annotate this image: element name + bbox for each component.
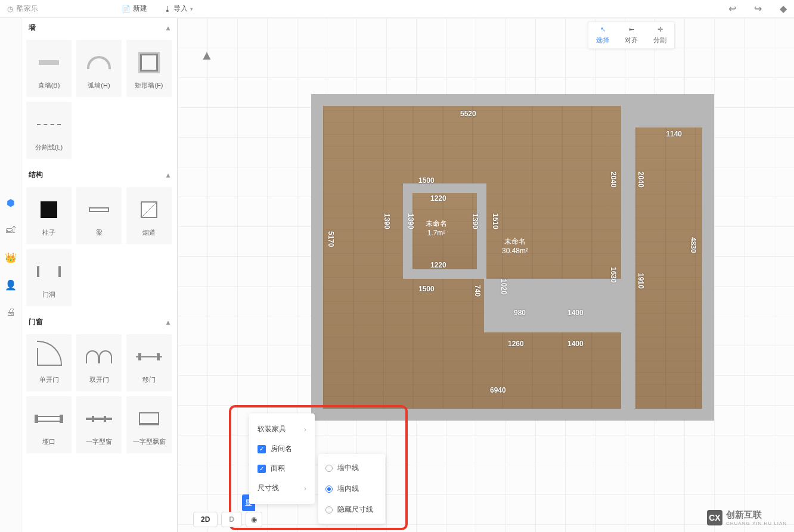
tool-bay-window[interactable]: 一字型飘窗 bbox=[126, 396, 172, 453]
section-doorwin-header[interactable]: 门窗 ▴ bbox=[21, 312, 177, 332]
section-wall-header[interactable]: 墙 ▴ bbox=[21, 18, 177, 38]
tile-label: 移门 bbox=[142, 375, 156, 384]
tile-label: 双开门 bbox=[89, 375, 109, 384]
import-button[interactable]: ⭳ 导入 ▾ bbox=[164, 4, 193, 14]
view-eye-button[interactable]: ◉ bbox=[246, 512, 262, 527]
dim-label: 1630 bbox=[609, 267, 618, 283]
radio-label: 墙中线 bbox=[337, 463, 359, 473]
tile-label: 直墙(B) bbox=[38, 81, 60, 90]
tile-label: 分割线(L) bbox=[35, 143, 63, 152]
tool-flue[interactable]: 烟道 bbox=[126, 187, 172, 244]
dim-label: 1910 bbox=[637, 273, 645, 289]
dim-label: 5170 bbox=[327, 231, 335, 247]
watermark-sub: CHUANG XIN HU LIAN bbox=[726, 521, 787, 526]
view-switch: 2D D ◉ bbox=[193, 512, 262, 527]
dim-label: 2040 bbox=[637, 172, 645, 188]
dim-label: 6940 bbox=[490, 386, 506, 394]
topbar: ◷ 酷家乐 📄 新建 ⭳ 导入 ▾ ↩ ↪ ◆ bbox=[0, 0, 794, 18]
chevron-down-icon: ▾ bbox=[190, 6, 193, 12]
tile-label: 梁 bbox=[96, 228, 103, 237]
new-file-button[interactable]: 📄 新建 bbox=[122, 4, 147, 14]
tool-beam[interactable]: 梁 bbox=[76, 187, 122, 244]
diamond-icon[interactable]: ◆ bbox=[780, 3, 787, 14]
tile-label: 弧墙(H) bbox=[88, 81, 110, 90]
dim-label: 740 bbox=[473, 285, 482, 297]
bay-window-icon bbox=[139, 412, 159, 425]
view-2d-button[interactable]: 2D bbox=[193, 512, 218, 527]
mode-align[interactable]: ⇤对齐 bbox=[617, 22, 646, 48]
canvas[interactable]: ▲ ↖选择 ⇤对齐 ✛分割 5520 1140 5170 1500 1220 1… bbox=[178, 18, 794, 532]
checkbox-checked-icon: ✓ bbox=[258, 465, 266, 473]
nav-crown-icon[interactable]: 👑 bbox=[5, 251, 17, 263]
tile-label: 矩形墙(F) bbox=[135, 81, 163, 90]
tool-yakou[interactable]: 垭口 bbox=[26, 396, 72, 453]
radio-checked-icon bbox=[325, 486, 333, 493]
tool-line-window[interactable]: 一字型窗 bbox=[76, 396, 122, 453]
opt-room-name[interactable]: ✓房间名 bbox=[249, 439, 315, 459]
tool-opening[interactable]: 门洞 bbox=[26, 249, 72, 306]
section-doorwin-title: 门窗 bbox=[29, 317, 43, 327]
tool-rect-wall[interactable]: 矩形墙(F) bbox=[126, 40, 172, 97]
dim-label: 980 bbox=[514, 309, 526, 317]
dim-label: 1390 bbox=[383, 213, 391, 229]
flue-icon bbox=[141, 201, 157, 218]
chevron-up-icon: ▴ bbox=[166, 318, 170, 326]
file-icon: 📄 bbox=[122, 5, 131, 13]
left-nav: ⬢ 🛋 👑 👤 🖨 bbox=[0, 18, 21, 532]
radio-wall-center[interactable]: 墙中线 bbox=[318, 458, 385, 478]
chevron-right-icon: › bbox=[304, 425, 306, 434]
dim-label: 1400 bbox=[567, 340, 584, 348]
section-struct-header[interactable]: 结构 ▴ bbox=[21, 165, 177, 185]
tool-double-door[interactable]: 双开门 bbox=[76, 334, 122, 391]
checkbox-checked-icon: ✓ bbox=[258, 445, 266, 453]
line-window-icon bbox=[86, 418, 112, 420]
room-right[interactable] bbox=[635, 127, 702, 409]
arc-wall-icon bbox=[87, 56, 111, 69]
mode-split[interactable]: ✛分割 bbox=[646, 22, 674, 48]
nav-home-icon[interactable]: ⬢ bbox=[5, 197, 17, 209]
chevron-up-icon: ▴ bbox=[166, 24, 170, 32]
dim-label: 1390 bbox=[407, 213, 415, 229]
new-label: 新建 bbox=[133, 4, 147, 14]
view-3d-button[interactable]: D bbox=[221, 512, 242, 527]
beam-icon bbox=[89, 207, 109, 212]
opt-dim-line[interactable]: 尺寸线› bbox=[249, 478, 315, 498]
cursor-icon: ↖ bbox=[600, 26, 606, 33]
tool-column[interactable]: 柱子 bbox=[26, 187, 72, 244]
radio-wall-inner[interactable]: 墙内线 bbox=[318, 478, 385, 499]
mode-select[interactable]: ↖选择 bbox=[588, 22, 617, 48]
radio-icon bbox=[325, 506, 333, 514]
floorplan[interactable]: 5520 1140 5170 1500 1220 1390 1390 1390 … bbox=[311, 94, 714, 421]
eye-icon: ◉ bbox=[251, 515, 257, 524]
tool-split-line[interactable]: 分割线(L) bbox=[26, 102, 72, 159]
opt-area[interactable]: ✓面积 bbox=[249, 459, 315, 478]
room-label-small: 未命名 1.7m² bbox=[426, 219, 447, 238]
yakou-icon bbox=[36, 416, 62, 422]
room-area: 1.7m² bbox=[427, 229, 446, 237]
import-icon: ⭳ bbox=[164, 5, 171, 13]
tool-slide-door[interactable]: 移门 bbox=[126, 334, 172, 391]
tool-arc-wall[interactable]: 弧墙(H) bbox=[76, 40, 122, 97]
tool-single-door[interactable]: 单开门 bbox=[26, 334, 72, 391]
nav-print-icon[interactable]: 🖨 bbox=[5, 306, 17, 318]
dim-label: 1220 bbox=[430, 194, 446, 203]
undo-icon[interactable]: ↩ bbox=[728, 3, 736, 14]
room-area: 30.48m² bbox=[502, 247, 528, 255]
app-name: 酷家乐 bbox=[17, 4, 38, 14]
tile-label: 一字型窗 bbox=[86, 437, 112, 446]
radio-hide-dim[interactable]: 隐藏尺寸线 bbox=[318, 499, 385, 520]
opt-label: 房间名 bbox=[271, 444, 292, 454]
tool-straight-wall[interactable]: 直墙(B) bbox=[26, 40, 72, 97]
rect-wall-icon bbox=[140, 54, 158, 71]
split-line-icon bbox=[37, 124, 61, 125]
tile-label: 烟道 bbox=[142, 228, 156, 237]
nav-user-icon[interactable]: 👤 bbox=[5, 279, 17, 291]
wall-segment bbox=[621, 106, 635, 127]
redo-icon[interactable]: ↪ bbox=[754, 3, 762, 14]
import-label: 导入 bbox=[173, 4, 188, 14]
tile-label: 柱子 bbox=[42, 228, 55, 237]
dim-label: 1390 bbox=[471, 213, 479, 229]
nav-furniture-icon[interactable]: 🛋 bbox=[5, 224, 17, 236]
opt-soft-furniture[interactable]: 软装家具› bbox=[249, 419, 315, 439]
clock-icon: ◷ bbox=[7, 5, 13, 13]
